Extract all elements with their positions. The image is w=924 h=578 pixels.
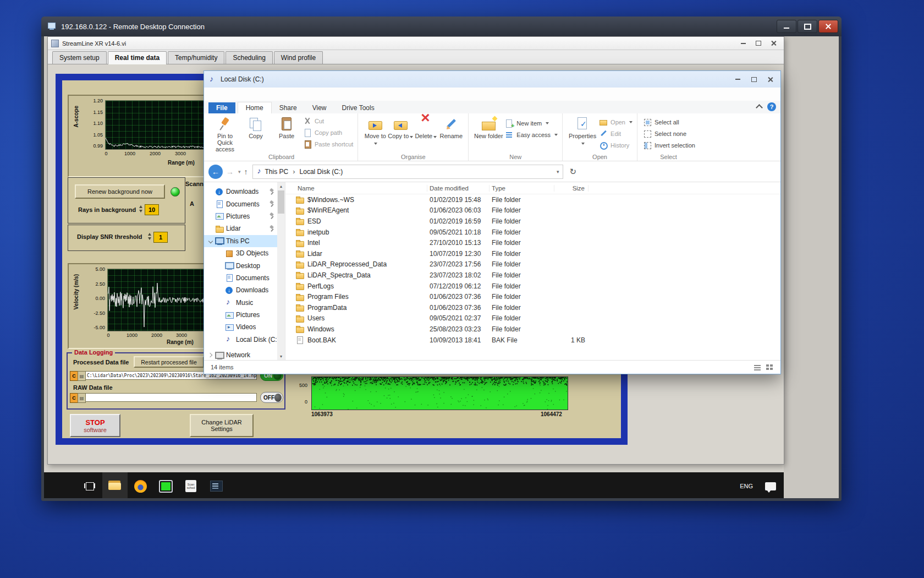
raw-browse-icon[interactable]: ▤	[78, 393, 86, 403]
language-indicator[interactable]: ENG	[735, 479, 757, 493]
expand-chevron-icon[interactable]	[208, 226, 213, 231]
expand-chevron-icon[interactable]	[218, 313, 223, 317]
scan-scheduler-taskbar-button[interactable]: Scan sched	[178, 472, 204, 498]
new-folder-button[interactable]: New folder	[473, 115, 504, 139]
ribbon-tab-share[interactable]: Share	[272, 102, 305, 113]
ribbon-tab-view[interactable]: View	[305, 102, 334, 113]
ribbon-tab-file[interactable]: File	[208, 102, 235, 113]
breadcrumb-this-pc[interactable]: This PC	[265, 168, 289, 176]
scroll-down-icon[interactable]: ▾	[277, 352, 285, 360]
rays-value-field[interactable]: 10	[145, 204, 159, 215]
refresh-icon[interactable]: ↻	[570, 167, 577, 177]
task-view-button[interactable]	[77, 472, 102, 498]
sidebar-item[interactable]: Music	[204, 297, 285, 309]
file-row[interactable]: Windows 25/08/2023 03:23 File folder	[285, 324, 780, 335]
address-field[interactable]: This PC › Local Disk (C:) ▾	[252, 165, 563, 179]
tab-temp-humidity[interactable]: Temp/humidity	[168, 51, 224, 64]
expand-chevron-icon[interactable]	[218, 251, 223, 255]
explorer-maximize-button[interactable]	[751, 77, 757, 82]
stop-software-button[interactable]: STOP software	[70, 414, 120, 437]
select-all-button[interactable]: Select all	[643, 116, 695, 128]
file-row[interactable]: ProgramData 01/06/2023 07:36 File folder	[285, 302, 780, 313]
paste-button[interactable]: Paste	[271, 115, 302, 139]
scroll-up-icon[interactable]: ▴	[277, 182, 285, 190]
sidebar-item[interactable]: Downloads	[204, 186, 285, 198]
up-button[interactable]: ↑	[244, 167, 248, 176]
expand-chevron-icon[interactable]	[218, 276, 223, 280]
expand-chevron-icon[interactable]	[208, 239, 213, 243]
expand-chevron-icon[interactable]	[218, 325, 223, 329]
cut-button[interactable]: Cut	[303, 115, 353, 127]
new-item-button[interactable]: New item	[505, 117, 558, 129]
file-row[interactable]: Intel 27/10/2010 15:13 File folder	[285, 237, 780, 248]
rdp-maximize-button[interactable]	[798, 20, 817, 33]
expand-chevron-icon[interactable]	[208, 353, 213, 357]
sidebar-item[interactable]: Pictures	[204, 210, 285, 222]
file-row[interactable]: LiDAR_Reprocessed_Data 23/07/2023 17:56 …	[285, 259, 780, 270]
move-to-button[interactable]: Move to	[362, 115, 388, 146]
app-close-button[interactable]	[771, 41, 776, 46]
copy-button[interactable]: Copy	[240, 115, 271, 139]
history-button[interactable]: History	[599, 139, 632, 151]
easy-access-button[interactable]: Easy access	[505, 129, 558, 140]
expand-chevron-icon[interactable]	[218, 301, 223, 305]
file-row[interactable]: inetpub 09/05/2021 10:18 File folder	[285, 227, 780, 238]
ribbon-collapse-icon[interactable]	[756, 104, 763, 111]
properties-button[interactable]: Properties	[567, 115, 598, 146]
sidebar-scrollbar[interactable]: ▴ ▾	[277, 182, 285, 360]
file-row[interactable]: $WinREAgent 01/06/2023 06:03 File folder	[285, 205, 780, 216]
sidebar-item[interactable]: Local Disk (C:)	[204, 334, 285, 346]
copy-to-button[interactable]: Copy to	[388, 115, 413, 139]
details-view-icon[interactable]	[753, 363, 762, 371]
file-row[interactable]: LiDAR_Spectra_Data 23/07/2023 18:02 File…	[285, 270, 780, 281]
file-row[interactable]: PerfLogs 07/12/2019 06:12 File folder	[285, 281, 780, 292]
column-header-name[interactable]: Name	[295, 185, 427, 192]
expand-chevron-icon[interactable]	[208, 189, 213, 194]
sidebar-item[interactable]: Desktop	[204, 259, 285, 271]
breadcrumb-local-disk[interactable]: Local Disk (C:)	[300, 168, 343, 176]
raw-logging-toggle[interactable]: OFF	[260, 392, 283, 403]
paste-shortcut-button[interactable]: Paste shortcut	[303, 138, 353, 150]
expand-chevron-icon[interactable]	[218, 264, 223, 268]
file-row[interactable]: Lidar 10/07/2019 12:30 File folder	[285, 248, 780, 259]
address-dropdown-caret-icon[interactable]: ▾	[557, 169, 559, 175]
column-header-date-modified[interactable]: Date modified	[427, 185, 490, 192]
raw-path-field[interactable]	[85, 393, 257, 402]
sidebar-item[interactable]: Videos	[204, 321, 285, 333]
edit-button[interactable]: Edit	[599, 128, 632, 139]
sidebar-item[interactable]: Documents	[204, 272, 285, 284]
thumbnails-view-icon[interactable]	[765, 363, 774, 371]
expand-chevron-icon[interactable]	[218, 288, 223, 292]
rdp-titlebar[interactable]: 192.168.0.122 - Remote Desktop Connectio…	[41, 17, 842, 36]
explorer-titlebar[interactable]: Local Disk (C:)	[204, 71, 780, 88]
file-row[interactable]: Users 09/05/2021 02:37 File folder	[285, 313, 780, 324]
rename-button[interactable]: Rename	[438, 115, 464, 139]
file-row[interactable]: $Windows.~WS 01/02/2019 15:48 File folde…	[285, 194, 780, 205]
app-maximize-button[interactable]	[756, 41, 761, 46]
renew-background-button[interactable]: Renew background now	[75, 184, 165, 199]
explorer-minimize-button[interactable]	[735, 79, 740, 80]
firefox-taskbar-button[interactable]	[128, 472, 153, 498]
column-header-size[interactable]: Size	[554, 185, 588, 192]
copy-path-button[interactable]: Copy path	[303, 127, 353, 138]
app-minimize-button[interactable]	[741, 43, 746, 44]
file-row[interactable]: ESD 01/02/2019 16:59 File folder	[285, 216, 780, 227]
column-header-type[interactable]: Type	[490, 185, 554, 192]
invert-selection-button[interactable]: Invert selection	[643, 139, 695, 151]
processed-browse-icon[interactable]: ▤	[78, 371, 86, 381]
help-icon[interactable]: ?	[767, 102, 776, 111]
expand-chevron-icon[interactable]	[208, 214, 213, 219]
file-row[interactable]: Program Files 01/06/2023 07:36 File fold…	[285, 291, 780, 302]
file-explorer-taskbar-button[interactable]	[102, 472, 128, 498]
select-none-button[interactable]: Select none	[643, 128, 695, 139]
sidebar-item[interactable]: 3D Objects	[204, 247, 285, 259]
forward-button[interactable]: →	[223, 165, 237, 179]
change-lidar-settings-button[interactable]: Change LiDAR Settings	[190, 414, 254, 437]
tab-real-time-data[interactable]: Real time data	[108, 51, 167, 64]
sidebar-item[interactable]: Documents	[204, 198, 285, 210]
streamline-titlebar[interactable]: StreamLine XR v14-6.vi	[48, 37, 784, 50]
green-app-taskbar-button[interactable]	[153, 472, 178, 498]
sidebar-item[interactable]: Lidar	[204, 222, 285, 235]
pin-to-quick-access-button[interactable]: Pin to Quick access	[210, 115, 240, 152]
sidebar-item[interactable]: Downloads	[204, 284, 285, 296]
